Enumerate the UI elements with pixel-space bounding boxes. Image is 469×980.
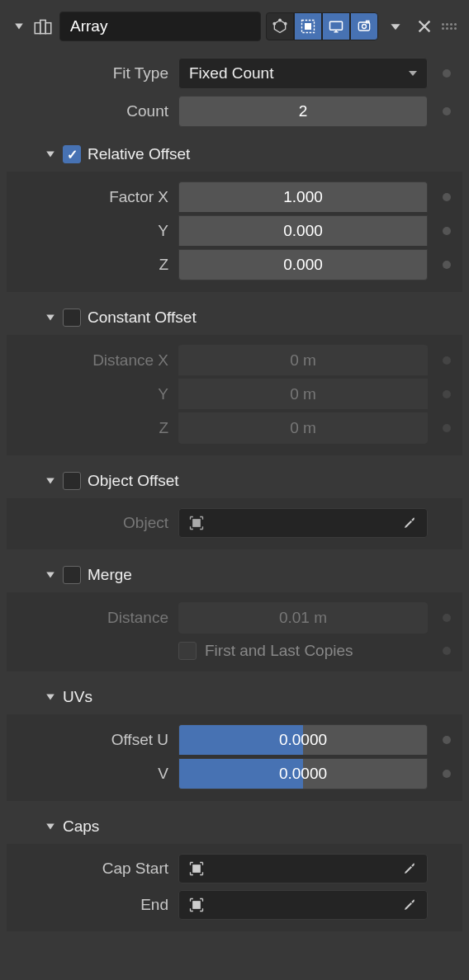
cap-end-label: End — [7, 896, 172, 914]
array-modifier-icon — [31, 16, 54, 37]
offset-v-input[interactable]: 0.0000 — [178, 758, 428, 789]
panel-disclosure[interactable] — [12, 21, 26, 31]
fit-type-label: Fit Type — [7, 64, 172, 82]
offset-u-input[interactable]: 0.0000 — [178, 724, 428, 755]
caps-title: Caps — [63, 817, 99, 836]
svg-rect-2 — [45, 23, 51, 34]
drag-handle[interactable] — [441, 23, 457, 30]
object-offset-header[interactable]: Object Offset — [7, 467, 462, 495]
cap-start-label: Cap Start — [7, 860, 172, 878]
svg-point-4 — [284, 22, 287, 25]
count-label: Count — [7, 102, 172, 120]
distance-y-input[interactable]: 0 m — [178, 379, 428, 409]
pin[interactable] — [443, 69, 451, 78]
distance-z-label: Z — [7, 419, 172, 437]
distance-y-label: Y — [7, 385, 172, 403]
object-data-icon — [187, 896, 206, 914]
cap-start-picker[interactable] — [178, 854, 428, 883]
distance-z-input[interactable]: 0 m — [178, 412, 428, 444]
pin[interactable] — [443, 424, 451, 432]
merge-checkbox[interactable] — [63, 566, 81, 584]
toggle-edit-mode[interactable] — [266, 12, 294, 40]
svg-rect-14 — [193, 902, 200, 908]
factor-y-label: Y — [7, 222, 172, 240]
first-last-label: First and Last Copies — [205, 642, 353, 660]
constant-offset-title: Constant Offset — [88, 309, 197, 327]
factor-y-input[interactable]: 0.000 — [178, 215, 428, 246]
offset-v-label: V — [7, 765, 172, 783]
pin[interactable] — [443, 390, 451, 398]
merge-header[interactable]: Merge — [7, 561, 462, 589]
first-last-checkbox[interactable] — [178, 642, 197, 660]
object-data-icon — [187, 860, 206, 878]
factor-x-input[interactable]: 1.000 — [178, 181, 428, 212]
factor-z-input[interactable]: 0.000 — [178, 249, 428, 280]
svg-rect-7 — [306, 24, 311, 30]
relative-offset-title: Relative Offset — [88, 145, 190, 163]
relative-offset-checkbox[interactable] — [63, 145, 81, 163]
uvs-title: UVs — [63, 688, 92, 706]
svg-rect-12 — [193, 520, 200, 526]
merge-distance-input[interactable]: 0.01 m — [178, 602, 428, 634]
constant-offset-header[interactable]: Constant Offset — [7, 304, 462, 332]
svg-rect-13 — [193, 865, 200, 872]
object-data-icon — [187, 514, 206, 532]
pin[interactable] — [443, 647, 451, 655]
pin[interactable] — [443, 356, 451, 365]
toggle-viewport[interactable] — [322, 12, 350, 40]
eyedropper-icon[interactable] — [400, 896, 419, 914]
factor-z-label: Z — [7, 256, 172, 274]
modifier-menu[interactable] — [383, 12, 408, 40]
distance-x-input[interactable]: 0 m — [178, 345, 428, 375]
toggle-render[interactable] — [350, 12, 378, 40]
uvs-header[interactable]: UVs — [7, 683, 462, 711]
pin[interactable] — [443, 107, 451, 115]
object-offset-checkbox[interactable] — [63, 472, 81, 490]
eyedropper-icon[interactable] — [400, 860, 419, 878]
cap-end-picker[interactable] — [178, 890, 428, 920]
pin[interactable] — [443, 770, 451, 778]
pin[interactable] — [443, 193, 451, 201]
modifier-name-input[interactable]: Array — [59, 12, 261, 41]
offset-u-label: Offset U — [7, 731, 172, 749]
display-toggles — [266, 12, 378, 40]
toggle-realtime[interactable] — [294, 12, 322, 40]
modifier-header: Array — [7, 8, 462, 51]
caps-header[interactable]: Caps — [7, 813, 462, 841]
delete-modifier[interactable] — [413, 12, 436, 40]
constant-offset-checkbox[interactable] — [63, 309, 81, 327]
pin[interactable] — [443, 227, 451, 235]
pin[interactable] — [443, 614, 451, 622]
object-label: Object — [7, 514, 172, 532]
relative-offset-header[interactable]: Relative Offset — [7, 140, 462, 168]
eyedropper-icon[interactable] — [400, 514, 419, 532]
svg-point-10 — [362, 25, 367, 29]
merge-title: Merge — [88, 566, 132, 584]
object-picker[interactable] — [178, 508, 428, 538]
svg-rect-0 — [35, 23, 40, 34]
svg-point-3 — [279, 19, 282, 21]
merge-distance-label: Distance — [7, 609, 172, 627]
object-offset-title: Object Offset — [88, 472, 179, 490]
svg-rect-8 — [330, 21, 343, 30]
svg-rect-1 — [40, 20, 46, 33]
distance-x-label: Distance X — [7, 351, 172, 370]
pin[interactable] — [443, 736, 451, 744]
svg-point-5 — [273, 22, 276, 25]
count-input[interactable]: 2 — [178, 96, 428, 127]
svg-rect-9 — [358, 22, 369, 31]
fit-type-select[interactable]: Fixed Count — [178, 58, 428, 89]
factor-x-label: Factor X — [7, 188, 172, 206]
pin[interactable] — [443, 261, 451, 269]
